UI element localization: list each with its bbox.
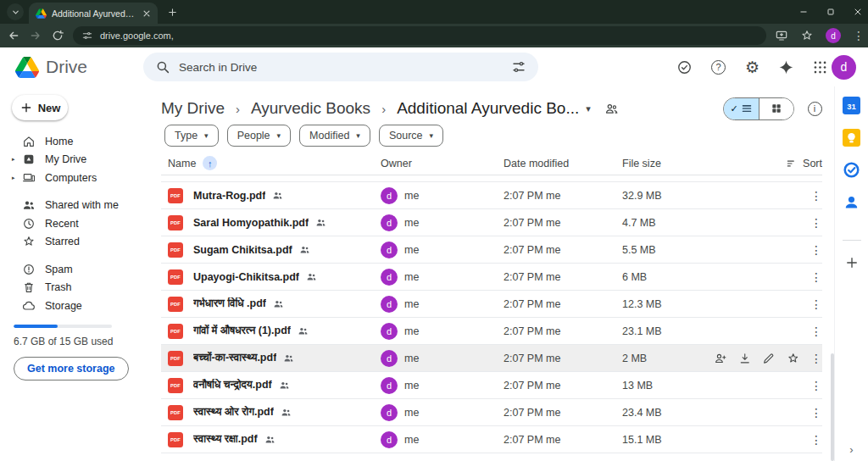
file-row[interactable]: PDF स्वास्थ्य रक्षा.pdf d me 2:07 PM me … [161, 426, 822, 453]
site-settings-icon[interactable] [81, 30, 93, 42]
sidebar-nav: Home▸My Drive▸ComputersShared with meRec… [0, 132, 154, 315]
browser-avatar[interactable]: d [826, 28, 841, 43]
sidebar-item-my-drive[interactable]: ▸My Drive [0, 151, 154, 169]
sidebar-item-shared-with-me[interactable]: Shared with me [0, 197, 154, 215]
download-icon[interactable] [738, 352, 752, 365]
more-icon[interactable]: ⋮ [810, 243, 819, 257]
close-icon[interactable] [853, 7, 863, 17]
filter-chip-source[interactable]: Source▾ [379, 125, 443, 147]
column-owner[interactable]: Owner [381, 158, 504, 169]
sidebar-item-home[interactable]: Home [0, 132, 154, 151]
maximize-icon[interactable] [826, 7, 836, 17]
back-icon[interactable] [7, 29, 20, 42]
sidebar-item-spam[interactable]: Spam [0, 260, 154, 279]
search-options-icon[interactable] [511, 59, 526, 75]
tasks-icon[interactable] [843, 161, 860, 179]
sidebar-item-trash[interactable]: Trash [0, 279, 154, 297]
owner-avatar: d [381, 350, 398, 367]
more-icon[interactable]: ⋮ [810, 433, 819, 447]
more-icon[interactable]: ⋮ [810, 379, 819, 392]
date-modified: 2:07 PM me [504, 380, 622, 392]
storage-bar-fill [14, 325, 58, 328]
forward-icon[interactable] [29, 29, 42, 42]
owner-label: me [404, 190, 419, 202]
rename-icon[interactable] [762, 352, 776, 365]
offline-status-icon[interactable] [676, 59, 693, 75]
browser-tab[interactable]: Additional Ayurvedic Books - G [29, 3, 158, 24]
sidebar-item-starred[interactable]: Starred [0, 233, 154, 252]
svg-text:31: 31 [847, 102, 856, 111]
filter-chip-type[interactable]: Type▾ [164, 125, 219, 147]
tab-close-icon[interactable] [141, 8, 153, 19]
file-row[interactable]: PDF Mutra-Rog.pdf d me 2:07 PM me 32.9 M… [161, 182, 822, 209]
filter-chip-people[interactable]: People▾ [227, 125, 291, 147]
new-button[interactable]: New [12, 95, 68, 120]
breadcrumb-item[interactable]: Additional Ayurvedic Bo...▾ [397, 99, 591, 118]
tab-title: Additional Ayurvedic Books - G [52, 8, 136, 19]
minimize-icon[interactable] [798, 7, 809, 17]
more-icon[interactable]: ⋮ [810, 270, 819, 284]
tab-search-button[interactable] [7, 3, 24, 20]
shared-people-icon [283, 353, 294, 364]
sidebar-item-recent[interactable]: Recent [0, 214, 154, 233]
file-row[interactable]: PDF गांवों में औषधरत्न (1).pdf d me 2:07… [161, 318, 822, 345]
mydrive-icon [22, 153, 36, 166]
file-row[interactable]: PDF Saral Homyopathik.pdf d me 2:07 PM m… [161, 209, 822, 236]
more-icon[interactable]: ⋮ [810, 406, 819, 419]
more-icon[interactable]: ⋮ [810, 189, 819, 203]
contacts-icon[interactable] [843, 193, 860, 211]
gemini-icon[interactable] [778, 59, 794, 75]
drive-logo[interactable] [15, 57, 39, 78]
sidebar: New Home▸My Drive▸ComputersShared with m… [0, 86, 154, 461]
get-more-storage-button[interactable]: Get more storage [14, 357, 129, 380]
sort-direction-icon[interactable]: ↑ [203, 156, 217, 170]
more-icon[interactable]: ⋮ [810, 325, 819, 338]
shared-people-icon [306, 271, 317, 282]
browser-menu-icon[interactable]: ⋮ [853, 29, 861, 42]
file-row[interactable]: PDF बच्चों-का-स्वास्थ्य.pdf d me 2:07 PM… [161, 345, 822, 372]
file-row[interactable]: PDF गर्भधारण विधि .pdf d me 2:07 PM me 1… [161, 291, 822, 318]
window-controls [798, 0, 863, 24]
star-outline-icon[interactable] [787, 352, 800, 365]
column-date-modified[interactable]: Date modified [504, 158, 622, 169]
list-view-button[interactable]: ✓ [724, 98, 759, 119]
address-bar[interactable]: drive.google.com, [73, 26, 766, 45]
breadcrumb-item[interactable]: My Drive [161, 99, 225, 118]
more-icon[interactable]: ⋮ [810, 352, 819, 365]
file-row[interactable]: PDF वनौषधि चन्द्रोदय.pdf d me 2:07 PM me… [161, 372, 822, 399]
sidebar-item-computers[interactable]: ▸Computers [0, 169, 154, 187]
account-avatar[interactable]: d [832, 55, 856, 80]
more-icon[interactable]: ⋮ [810, 216, 819, 230]
filter-chip-modified[interactable]: Modified▾ [299, 125, 370, 147]
file-row[interactable]: PDF Sugam Chikitsa.pdf d me 2:07 PM me 5… [161, 236, 822, 264]
storage-used-label: 6.7 GB of 15 GB used [14, 336, 154, 347]
hide-side-panel-icon[interactable]: › [849, 443, 853, 456]
column-file-size[interactable]: File size [622, 158, 714, 169]
settings-icon[interactable]: ⚙ [744, 59, 760, 75]
calendar-icon[interactable]: 31 [843, 97, 860, 114]
reload-icon[interactable] [51, 29, 64, 42]
breadcrumb-item[interactable]: Ayurvedic Books [251, 99, 370, 118]
apps-grid-icon[interactable] [812, 59, 828, 75]
column-name[interactable]: Name [168, 158, 196, 169]
help-icon[interactable]: ? [710, 59, 726, 75]
keep-icon[interactable] [843, 129, 860, 147]
sidebar-item-storage[interactable]: Storage [0, 297, 154, 315]
add-apps-icon[interactable] [844, 255, 860, 270]
new-tab-button[interactable] [163, 3, 181, 21]
info-icon[interactable]: i [807, 101, 822, 116]
date-modified: 2:07 PM me [504, 271, 622, 283]
more-icon[interactable]: ⋮ [810, 297, 819, 311]
file-row[interactable]: PDF Upayogi-Chikitsa.pdf d me 2:07 PM me… [161, 264, 822, 291]
sidebar-item-label: Spam [45, 264, 73, 275]
grid-view-button[interactable] [759, 98, 793, 119]
bookmark-star-icon[interactable] [800, 29, 814, 42]
save-share-icon[interactable] [775, 29, 788, 42]
expand-arrow-icon[interactable]: ▸ [12, 175, 22, 181]
file-row[interactable]: PDF स्वास्थ्य ओर रोग.pdf d me 2:07 PM me… [161, 399, 822, 426]
person-add-icon[interactable] [714, 352, 727, 365]
file-name: गांवों में औषधरत्न (1).pdf [193, 325, 291, 337]
expand-arrow-icon[interactable]: ▸ [12, 156, 22, 163]
search-input[interactable]: Search in Drive [143, 53, 538, 81]
sort-button[interactable]: Sort [786, 158, 822, 169]
